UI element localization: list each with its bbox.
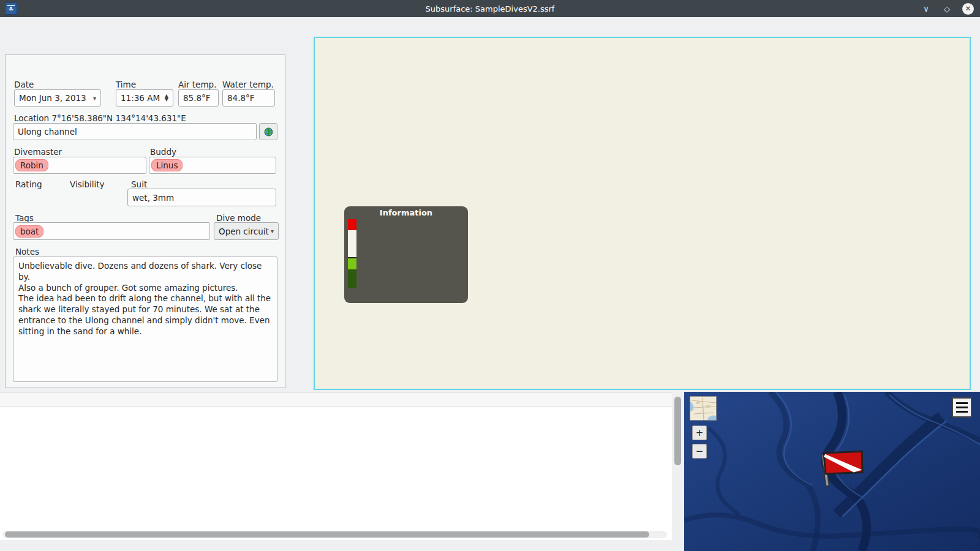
window-title: Subsurface: SampleDivesV2.ssrf	[0, 4, 980, 13]
notes-label: Notes	[15, 247, 39, 257]
divemaster-label: Divemaster	[14, 147, 62, 157]
tags-label: Tags	[15, 213, 34, 223]
buddy-input[interactable]: Linus	[149, 157, 276, 174]
dive-mode-select[interactable]: Open circuit▾	[214, 222, 279, 240]
notes-tab-bar	[5, 38, 285, 54]
suit-label: Suit	[131, 179, 147, 189]
divemaster-tag[interactable]: Robin	[15, 159, 48, 171]
divemaster-input[interactable]: Robin	[13, 157, 146, 174]
map-menu-button[interactable]	[952, 397, 972, 418]
suit-input[interactable]: wet, 3mm	[127, 189, 276, 206]
maximize-button[interactable]: ◇	[941, 3, 952, 14]
buddy-tag[interactable]: Linus	[151, 159, 183, 171]
title-bar: Subsurface: SampleDivesV2.ssrf ∨ ◇ ✕	[0, 0, 980, 17]
location-label: Location 7°16'58.386"N 134°14'43.631"E	[14, 113, 186, 123]
time-label: Time	[116, 80, 136, 89]
notes-tab-pane: Date Mon Jun 3, 2013▾ Time 11:36 AM▲▼ Ai…	[5, 54, 285, 388]
globe-icon	[264, 127, 273, 137]
globe-button[interactable]	[259, 123, 277, 140]
map-canvas[interactable]	[684, 392, 980, 551]
time-spinbox[interactable]: 11:36 AM▲▼	[116, 89, 173, 107]
map-zoom-in-button[interactable]: +	[692, 425, 707, 440]
dive-list-horizontal-scrollbar[interactable]	[2, 531, 667, 538]
close-button[interactable]: ✕	[962, 3, 974, 15]
date-combobox[interactable]: Mon Jun 3, 2013▾	[14, 89, 101, 107]
tags-input[interactable]: boat	[13, 222, 210, 240]
dive-profile-chart: Information	[314, 37, 971, 390]
tag-boat[interactable]: boat	[15, 225, 43, 238]
scrollbar-thumb[interactable]	[674, 397, 681, 465]
profile-infobox: Information	[344, 206, 468, 303]
rating-label: Rating	[15, 179, 42, 189]
map-zoom-out-button[interactable]: −	[692, 444, 707, 459]
air-temp-label: Air temp.	[178, 80, 216, 89]
map-panel[interactable]: + −	[684, 392, 980, 551]
visibility-label: Visibility	[70, 179, 105, 189]
menu-bar	[0, 17, 980, 35]
profile-toolbar	[290, 38, 314, 391]
dive-list-vertical-scrollbar[interactable]	[673, 392, 682, 540]
dive-list-header	[0, 392, 672, 407]
chevron-down-icon: ▾	[93, 95, 96, 102]
notes-textarea[interactable]: Unbelievable dive. Dozens and dozens of …	[13, 257, 277, 382]
buddy-label: Buddy	[150, 147, 176, 157]
minimap-toggle[interactable]	[690, 396, 717, 421]
water-temp-label: Water temp.	[222, 80, 274, 89]
dive-notes-panel: Date Mon Jun 3, 2013▾ Time 11:36 AM▲▼ Ai…	[5, 38, 285, 388]
water-temp-field[interactable]: 84.8°F	[222, 89, 275, 107]
scrollbar-thumb[interactable]	[5, 531, 649, 538]
app-logo-icon	[5, 2, 17, 15]
minimize-button[interactable]: ∨	[921, 3, 932, 14]
air-temp-field[interactable]: 85.8°F	[178, 89, 219, 107]
date-label: Date	[14, 80, 34, 89]
dive-list	[0, 392, 672, 540]
chevron-down-icon: ▾	[271, 228, 274, 234]
location-input[interactable]: Ulong channel	[13, 123, 257, 140]
time-spinner-icon[interactable]: ▲▼	[165, 94, 168, 102]
dive-mode-label: Dive mode	[216, 213, 261, 223]
infobox-mini-profile	[348, 219, 356, 288]
